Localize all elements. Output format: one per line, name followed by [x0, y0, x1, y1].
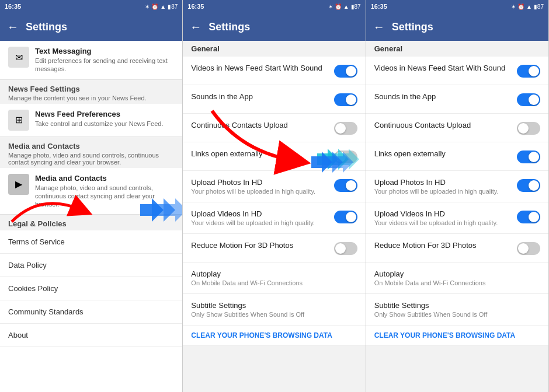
row-label-8: Subtitle Settings: [191, 301, 304, 310]
toggle-knob-5: [346, 212, 356, 222]
toggle-3[interactable]: [517, 150, 540, 163]
settings-row-8[interactable]: Subtitle SettingsOnly Show Subtitles Whe…: [183, 294, 365, 326]
app-title-1: Settings: [26, 21, 67, 33]
media-contacts-item[interactable]: ▶ Media and Contacts Manage photo, video…: [0, 168, 182, 215]
settings-row-2[interactable]: Continuous Contacts Upload: [366, 114, 548, 142]
row-label-0: Videos in News Feed Start With Sound: [374, 64, 506, 72]
toggle-1[interactable]: [517, 93, 540, 106]
row-label-1: Sounds in the App: [191, 92, 253, 101]
battery2-icon: ▮87: [351, 4, 361, 10]
text-messaging-label: Text Messaging: [35, 47, 174, 55]
terms-of-service-item[interactable]: Terms of Service: [0, 230, 182, 254]
app-title-3: Settings: [392, 21, 433, 33]
row-desc-8: Only Show Subtitles When Sound is Off: [191, 311, 304, 318]
settings-row-5[interactable]: Upload Videos In HDYour videos will be u…: [366, 202, 548, 234]
toggle-3[interactable]: [334, 150, 357, 163]
toggle-4[interactable]: [334, 179, 357, 192]
cookies-policy-item[interactable]: Cookies Policy: [0, 277, 182, 300]
settings-row-0[interactable]: Videos in News Feed Start With Sound: [183, 57, 365, 85]
toggle-knob-1: [529, 94, 539, 105]
media-contacts-desc: Manage photo, video and sound controls, …: [35, 184, 174, 209]
toggle-knob-0: [346, 66, 356, 76]
toggle-6[interactable]: [334, 242, 357, 255]
settings-row-7[interactable]: AutoplayOn Mobile Data and Wi-Fi Connect…: [366, 262, 548, 294]
legal-title: Legal & Policies: [8, 219, 174, 228]
panel3-content: General Videos in News Feed Start With S…: [366, 41, 548, 392]
toggle-knob-3: [335, 152, 346, 162]
toggle-0[interactable]: [517, 65, 540, 78]
settings-row-7[interactable]: AutoplayOn Mobile Data and Wi-Fi Connect…: [183, 262, 365, 294]
toggle-knob-2: [335, 123, 346, 134]
settings-row-0[interactable]: Videos in News Feed Start With Sound: [366, 57, 548, 85]
settings-rows-2: Videos in News Feed Start With SoundSoun…: [183, 57, 365, 326]
row-desc-4: Your photos will be uploaded in high qua…: [191, 188, 315, 195]
toggle-knob-4: [529, 180, 539, 191]
settings-row-1[interactable]: Sounds in the App: [366, 85, 548, 114]
text-messaging-desc: Edit preferences for sending and receivi…: [35, 57, 174, 74]
app-bar-3: ← Settings: [366, 13, 548, 41]
back-button-2[interactable]: ←: [190, 20, 201, 34]
row-desc-7: On Mobile Data and Wi-Fi Connections: [191, 279, 303, 286]
news-feed-prefs-item[interactable]: ⊞ News Feed Preferences Take control and…: [0, 104, 182, 137]
settings-row-3[interactable]: Links open externally: [366, 142, 548, 171]
status-icons-2: ✶ ⏰ ▲ ▮87: [328, 4, 361, 10]
back-button-3[interactable]: ←: [373, 20, 385, 34]
data-policy-item[interactable]: Data Policy: [0, 254, 182, 277]
row-label-2: Continuous Contacts Upload: [374, 121, 471, 130]
toggle-0[interactable]: [334, 65, 357, 78]
settings-row-8[interactable]: Subtitle SettingsOnly Show Subtitles Whe…: [366, 294, 548, 326]
panel-3: 16:35 ✶ ⏰ ▲ ▮87 ← Settings General Video…: [366, 0, 549, 392]
toggle-4[interactable]: [517, 179, 540, 192]
settings-row-6[interactable]: Reduce Motion For 3D Photos: [366, 234, 548, 262]
status-icons-1: ✶ ⏰ ▲ ▮87: [145, 4, 178, 10]
row-label-2: Continuous Contacts Upload: [191, 121, 288, 130]
about-item[interactable]: About: [0, 324, 182, 347]
media-contacts-header: Media and Contacts Manage photo, video a…: [0, 137, 182, 168]
toggle-2[interactable]: [334, 122, 357, 135]
toggle-knob-0: [529, 66, 539, 76]
text-messaging-item[interactable]: ✉ Text Messaging Edit preferences for se…: [0, 41, 182, 80]
clear-browsing-button-3[interactable]: CLEAR YOUR PHONE'S BROWSING DATA: [366, 326, 548, 346]
back-button-1[interactable]: ←: [7, 20, 19, 34]
settings-row-4[interactable]: Upload Photos In HDYour photos will be u…: [366, 171, 548, 202]
row-label-4: Upload Photos In HD: [374, 178, 499, 187]
toggle-knob-1: [346, 94, 356, 105]
settings-row-2[interactable]: Continuous Contacts Upload: [183, 114, 365, 142]
app-title-2: Settings: [209, 21, 250, 33]
news-feed-desc: Manage the content you see in your News …: [8, 94, 174, 102]
row-desc-5: Your videos will be uploaded in high qua…: [374, 219, 498, 226]
time-3: 16:35: [371, 3, 387, 10]
toggle-knob-6: [518, 243, 529, 254]
app-bar-2: ← Settings: [183, 13, 365, 41]
media-contacts-icon: ▶: [8, 174, 29, 195]
settings-row-6[interactable]: Reduce Motion For 3D Photos: [183, 234, 365, 262]
alarm3-icon: ⏰: [517, 4, 524, 10]
settings-row-5[interactable]: Upload Videos In HDYour videos will be u…: [183, 202, 365, 234]
toggle-1[interactable]: [334, 93, 357, 106]
row-label-1: Sounds in the App: [374, 92, 436, 101]
text-messaging-text: Text Messaging Edit preferences for send…: [35, 47, 174, 74]
row-label-6: Reduce Motion For 3D Photos: [374, 241, 477, 250]
settings-row-4[interactable]: Upload Photos In HDYour photos will be u…: [183, 171, 365, 202]
status-bar-3: 16:35 ✶ ⏰ ▲ ▮87: [366, 0, 548, 13]
legal-header: Legal & Policies: [0, 215, 182, 230]
toggle-5[interactable]: [334, 211, 357, 223]
battery-icon: ▮87: [168, 4, 178, 10]
settings-row-1[interactable]: Sounds in the App: [183, 85, 365, 114]
media-contacts-label: Media and Contacts: [35, 174, 174, 183]
clear-browsing-button-2[interactable]: CLEAR YOUR PHONE'S BROWSING DATA: [183, 326, 365, 346]
toggle-5[interactable]: [517, 211, 540, 223]
time-2: 16:35: [187, 3, 204, 10]
row-label-3: Links open externally: [191, 149, 262, 158]
toggle-6[interactable]: [517, 242, 540, 255]
toggle-knob-6: [335, 243, 346, 254]
status-icons-3: ✶ ⏰ ▲ ▮87: [511, 4, 544, 10]
community-standards-item[interactable]: Community Standards: [0, 300, 182, 324]
settings-row-3[interactable]: Links open externally: [183, 142, 365, 171]
status-bar-2: 16:35 ✶ ⏰ ▲ ▮87: [183, 0, 365, 13]
news-feed-prefs-text: News Feed Preferences Take control and c…: [35, 110, 164, 128]
toggle-knob-4: [346, 180, 356, 191]
row-desc-8: Only Show Subtitles When Sound is Off: [374, 311, 488, 318]
toggle-2[interactable]: [517, 122, 540, 135]
app-bar-1: ← Settings: [0, 13, 182, 41]
